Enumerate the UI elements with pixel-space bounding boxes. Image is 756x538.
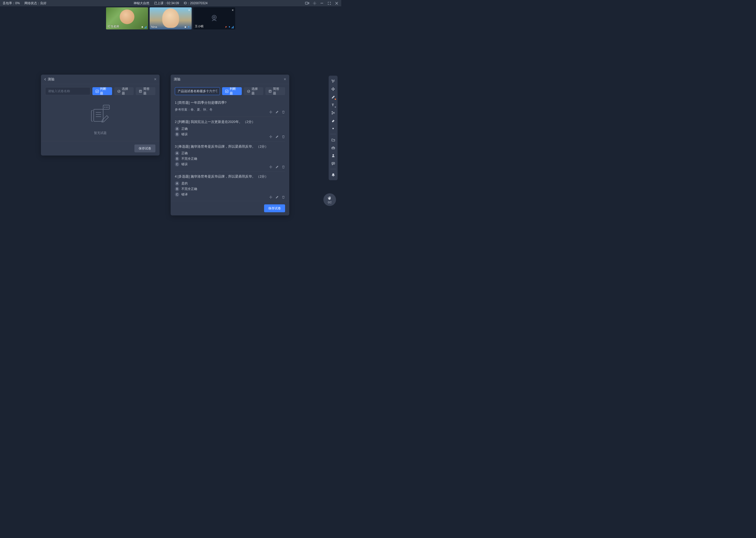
move-icon[interactable]: [330, 86, 337, 92]
back-icon[interactable]: [44, 78, 46, 81]
course-title: 神秘大自然: [134, 1, 149, 6]
question-item: 1 [简答题] 一年四季分别是哪四季?参考答案：春、夏、秋、冬: [175, 98, 285, 117]
panel-title: 测验: [174, 77, 181, 82]
question-option[interactable]: C错译: [175, 192, 285, 197]
question-option[interactable]: B不完全正确: [175, 157, 285, 161]
toolbox-icon[interactable]: [330, 144, 337, 151]
question-title: 3 [单选题] 施华洛世奇是反华品牌，所以梁鼎琪反华。 （2分）: [175, 144, 285, 149]
svg-rect-18: [94, 109, 103, 121]
edit-icon[interactable]: [275, 165, 279, 169]
question-option[interactable]: C错误: [175, 162, 285, 167]
svg-point-5: [142, 26, 143, 27]
question-option[interactable]: A正确: [175, 127, 285, 131]
quiz-name-input[interactable]: [175, 87, 220, 95]
text-icon[interactable]: T: [330, 101, 337, 108]
svg-rect-15: [139, 90, 142, 92]
video-tile-student-2[interactable]: × 王小明: [193, 7, 235, 29]
question-title: 2 [判断题] 我国宪法上一次更新是在2020年。 （2分）: [175, 120, 285, 125]
move-icon[interactable]: [269, 195, 272, 199]
svg-text:T: T: [332, 103, 334, 107]
video-name: 王小明: [195, 25, 204, 28]
cursor-sparkle-icon[interactable]: [330, 78, 337, 84]
svg-point-25: [108, 107, 108, 107]
empty-illustration: [88, 103, 112, 127]
camera-icon[interactable]: [305, 1, 309, 5]
delete-icon[interactable]: [281, 195, 285, 199]
video-tile-teacher[interactable]: 叮当老师: [106, 7, 148, 29]
quiz-panel-filled: 测验 × 判断题 选择题 简答题 1 [简答题] 一年四季分别是哪四季?参考答案…: [170, 75, 289, 215]
question-option[interactable]: B不完全正确: [175, 187, 285, 191]
hand-raise-button[interactable]: 0/2: [323, 193, 336, 206]
video-strip: 叮当老师 × Nina × 王小明: [0, 6, 341, 30]
scissors-icon[interactable]: [330, 109, 337, 116]
close-icon[interactable]: ×: [232, 8, 234, 12]
chip-true-false[interactable]: 判断题: [222, 87, 242, 95]
close-icon[interactable]: ×: [188, 8, 190, 12]
edit-icon[interactable]: [275, 110, 279, 114]
pen-icon[interactable]: [330, 93, 337, 100]
svg-point-14: [118, 90, 120, 92]
chip-choice[interactable]: 选择题: [244, 87, 263, 95]
bell-icon[interactable]: [330, 171, 337, 178]
delete-icon[interactable]: [281, 165, 285, 169]
svg-rect-7: [188, 26, 189, 27]
question-option[interactable]: A正确: [175, 151, 285, 155]
quiz-name-input[interactable]: [45, 87, 90, 95]
empty-text: 暂无试题: [94, 131, 107, 135]
video-tile-student-1[interactable]: × Nina: [150, 7, 192, 29]
quiz-panel-empty: 测验 × 判断题 选择题 简答题 暂无试题 保存试卷: [41, 75, 160, 155]
minimize-icon[interactable]: [320, 1, 324, 5]
chip-short-answer[interactable]: 简答题: [136, 87, 155, 95]
person-icon[interactable]: [330, 152, 337, 159]
save-quiz-button[interactable]: 保存试卷: [134, 144, 155, 152]
edit-icon[interactable]: [275, 135, 279, 139]
svg-rect-26: [225, 90, 228, 92]
packet-loss: 丢包率：0%: [3, 1, 20, 6]
top-status-bar: 丢包率：0% 网络状态：良好 神秘大自然 已上课：02:34:09 ID：202…: [0, 0, 341, 6]
chip-short-answer[interactable]: 简答题: [265, 87, 285, 95]
question-title: 4 [多选题] 施华洛世奇是反华品牌，所以梁鼎琪反华。 （2分）: [175, 174, 285, 179]
svg-point-8: [212, 15, 216, 20]
eraser-icon[interactable]: [330, 117, 337, 124]
delete-icon[interactable]: [281, 135, 285, 139]
move-icon[interactable]: [269, 165, 272, 169]
question-item: 3 [单选题] 施华洛世奇是反华品牌，所以梁鼎琪反华。 （2分）A正确B不完全正…: [175, 141, 285, 172]
settings-icon[interactable]: [312, 1, 316, 5]
question-item: 4 [多选题] 施华洛世奇是反华品牌，所以梁鼎琪反华。 （2分）A是的B不完全正…: [175, 172, 285, 201]
folder-icon[interactable]: [330, 136, 337, 143]
hand-count: 0/2: [328, 201, 332, 204]
question-option[interactable]: B错误: [175, 132, 285, 136]
svg-point-23: [105, 107, 105, 107]
question-option[interactable]: A是的: [175, 181, 285, 186]
svg-point-6: [185, 27, 186, 28]
side-toolbar: T: [329, 76, 338, 180]
brightness-icon[interactable]: [330, 125, 337, 132]
hand-icon: [327, 196, 332, 200]
svg-point-27: [247, 90, 250, 92]
move-icon[interactable]: [269, 110, 272, 114]
fullscreen-icon[interactable]: [327, 1, 331, 5]
save-quiz-button[interactable]: 保存试卷: [264, 204, 285, 212]
camera-off-icon: [210, 14, 219, 23]
chip-true-false[interactable]: 判断题: [92, 87, 112, 95]
delete-icon[interactable]: [281, 110, 285, 114]
question-item: 2 [判断题] 我国宪法上一次更新是在2020年。 （2分）A正确B错误: [175, 117, 285, 141]
edit-icon[interactable]: [275, 195, 279, 199]
svg-rect-13: [96, 90, 98, 92]
svg-point-33: [332, 113, 333, 114]
session-id: ID：2020070324: [184, 1, 208, 6]
svg-point-36: [332, 154, 334, 155]
svg-point-9: [213, 17, 215, 18]
chip-choice[interactable]: 选择题: [114, 87, 134, 95]
network-status: 网络状态：良好: [24, 1, 46, 6]
svg-rect-0: [305, 2, 308, 4]
chat-icon[interactable]: [330, 160, 337, 167]
question-list[interactable]: 1 [简答题] 一年四季分别是哪四季?参考答案：春、夏、秋、冬 2 [判断题] …: [170, 98, 289, 201]
close-icon[interactable]: ×: [154, 77, 157, 82]
close-icon[interactable]: [334, 1, 339, 5]
svg-rect-28: [269, 90, 271, 92]
svg-point-32: [332, 111, 333, 112]
close-icon[interactable]: ×: [284, 77, 286, 82]
video-name: Nina: [151, 25, 157, 28]
move-icon[interactable]: [269, 135, 272, 139]
